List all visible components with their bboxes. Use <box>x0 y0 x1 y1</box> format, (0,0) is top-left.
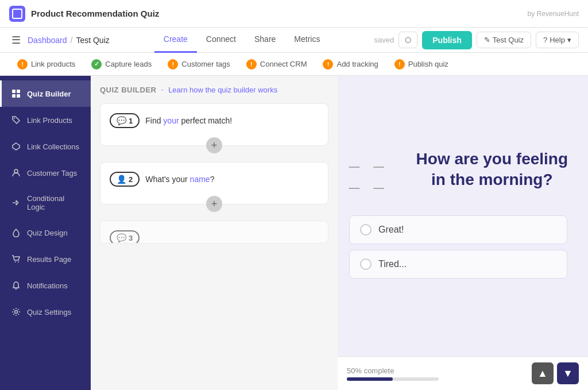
cart-icon <box>11 254 21 264</box>
preview-panel: _ _ _ _ How are you feeling in the morni… <box>338 76 588 390</box>
next-arrow-button[interactable]: ▼ <box>557 362 579 384</box>
sidebar-item-quiz-design[interactable]: Quiz Design <box>0 219 91 246</box>
by-label: by RevenueHunt <box>528 10 579 18</box>
sidebar: Quiz Builder Link Products Link Collecti… <box>0 76 91 390</box>
top-bar-left: Product Recommendation Quiz <box>9 6 159 22</box>
sidebar-item-quiz-settings[interactable]: Quiz Settings <box>0 299 91 325</box>
sidebar-item-link-products[interactable]: Link Products <box>0 107 91 133</box>
breadcrumb-dashboard[interactable]: Dashboard <box>28 36 67 45</box>
sidebar-notifications-label: Notifications <box>27 281 68 290</box>
step-warning-icon-2: ! <box>168 59 178 69</box>
dash-separator: - <box>161 85 164 94</box>
sidebar-results-page-label: Results Page <box>27 255 71 264</box>
hamburger-button[interactable]: ☰ <box>9 32 23 49</box>
top-bar-right: by RevenueHunt <box>528 10 579 18</box>
save-icon-button[interactable]: ⬡ <box>399 32 417 48</box>
svg-point-6 <box>14 169 18 173</box>
step-customer-tags[interactable]: ! Customer tags <box>160 59 238 69</box>
steps-bar: ! Link products ✓ Capture leads ! Custom… <box>0 53 588 76</box>
test-label: Test Quiz <box>493 36 524 44</box>
question-2-number: 2 <box>129 175 133 184</box>
prev-arrow-button[interactable]: ▲ <box>532 362 554 384</box>
step-add-tracking[interactable]: ! Add tracking <box>315 59 386 69</box>
save-icon: ⬡ <box>405 36 411 44</box>
question-2-text[interactable]: What's your name? <box>145 175 214 184</box>
preview-question-text: How are you feeling in the morning? <box>408 149 577 191</box>
step-warning-icon: ! <box>17 59 28 69</box>
step-link-products[interactable]: ! Link products <box>9 59 83 69</box>
highlight-your: your <box>163 116 179 125</box>
question-1-header: 💬 1 Find your perfect match! <box>110 113 319 128</box>
app-logo <box>9 6 25 22</box>
preview-footer: 50% complete ▲ ▼ <box>338 356 588 390</box>
step-publish-quiz[interactable]: ! Publish quiz <box>386 59 457 69</box>
sidebar-item-results-page[interactable]: Results Page <box>0 246 91 272</box>
step-success-icon: ✓ <box>91 59 102 69</box>
svg-rect-3 <box>17 94 20 98</box>
help-question-icon: ? <box>543 36 547 44</box>
nav-arrows: ▲ ▼ <box>532 362 579 384</box>
breadcrumb-separator: / <box>71 36 73 45</box>
person-badge-icon: 👤 <box>117 175 126 184</box>
step-connect-crm-label: Connect CRM <box>260 60 307 68</box>
top-bar: Product Recommendation Quiz by RevenueHu… <box>0 0 588 28</box>
sidebar-item-customer-tags[interactable]: Customer Tags <box>0 160 91 186</box>
svg-rect-2 <box>12 94 16 98</box>
sidebar-quiz-design-label: Quiz Design <box>27 229 68 237</box>
tab-connect[interactable]: Connect <box>197 28 245 53</box>
publish-button[interactable]: Publish <box>422 31 472 49</box>
sidebar-item-conditional-logic[interactable]: Conditional Logic <box>0 186 91 219</box>
breadcrumb-current: Test Quiz <box>76 36 109 45</box>
step-connect-crm[interactable]: ! Connect CRM <box>238 59 315 69</box>
breadcrumb: Dashboard / Test Quiz <box>28 36 110 45</box>
step-customer-tags-label: Customer tags <box>181 60 230 68</box>
help-button[interactable]: ? Help ▾ <box>536 32 579 48</box>
progress-text: 50% complete <box>347 366 394 375</box>
quiz-builder-title: QUIZ BUILDER <box>100 86 156 94</box>
step-publish-quiz-label: Publish quiz <box>408 60 448 68</box>
option-1-label: Great! <box>378 225 404 235</box>
question-1-text[interactable]: Find your perfect match! <box>145 116 232 125</box>
logo-icon <box>12 9 22 19</box>
sidebar-item-notifications[interactable]: Notifications <box>0 272 91 299</box>
progress-bar-fill <box>347 377 393 381</box>
tab-metrics[interactable]: Metrics <box>285 28 329 53</box>
add-question-after-2-button[interactable]: + <box>206 196 222 212</box>
add-question-after-1-button[interactable]: + <box>206 137 222 153</box>
svg-point-8 <box>18 261 19 262</box>
test-quiz-button[interactable]: ✎ Test Quiz <box>477 32 531 48</box>
nav-bar: ☰ Dashboard / Test Quiz Create Connect S… <box>0 28 588 53</box>
sidebar-item-quiz-builder[interactable]: Quiz Builder <box>0 80 91 107</box>
nav-tabs: Create Connect Share Metrics <box>154 28 330 53</box>
preview-option-2[interactable]: Tired... <box>349 250 567 279</box>
nav-right: saved ⬡ Publish ✎ Test Quiz ? Help ▾ <box>374 31 579 49</box>
svg-point-7 <box>15 261 16 262</box>
nav-left: ☰ Dashboard / Test Quiz <box>9 32 110 49</box>
gear-icon <box>11 307 21 317</box>
question-card-2: 👤 2 What's your name? + <box>100 162 328 204</box>
tab-create[interactable]: Create <box>154 28 197 53</box>
step-warning-icon-3: ! <box>246 59 257 69</box>
tab-share[interactable]: Share <box>245 28 285 53</box>
question-2-header: 👤 2 What's your name? <box>110 172 319 187</box>
saved-indicator: saved <box>374 36 394 44</box>
step-add-tracking-label: Add tracking <box>336 60 378 68</box>
option-2-label: Tired... <box>378 259 407 269</box>
svg-rect-0 <box>12 90 16 93</box>
svg-marker-5 <box>13 143 20 150</box>
option-radio-2 <box>360 258 372 270</box>
sidebar-item-link-collections[interactable]: Link Collections <box>0 133 91 160</box>
logic-icon <box>11 198 21 208</box>
sidebar-quiz-builder-label: Quiz Builder <box>27 90 71 98</box>
person-icon <box>11 168 21 178</box>
content-area: QUIZ BUILDER - Learn how the quiz builde… <box>91 76 588 390</box>
svg-point-9 <box>15 311 18 314</box>
quiz-builder-panel: QUIZ BUILDER - Learn how the quiz builde… <box>91 76 338 390</box>
help-label: Help <box>550 36 565 44</box>
preview-option-1[interactable]: Great! <box>349 215 567 244</box>
sidebar-quiz-settings-label: Quiz Settings <box>27 308 71 316</box>
learn-more-link[interactable]: Learn how the quiz builder works <box>168 86 277 94</box>
drop-icon <box>11 227 21 238</box>
step-capture-leads[interactable]: ✓ Capture leads <box>83 59 160 69</box>
preview-title-row: _ _ _ _ How are you feeling in the morni… <box>349 148 577 204</box>
